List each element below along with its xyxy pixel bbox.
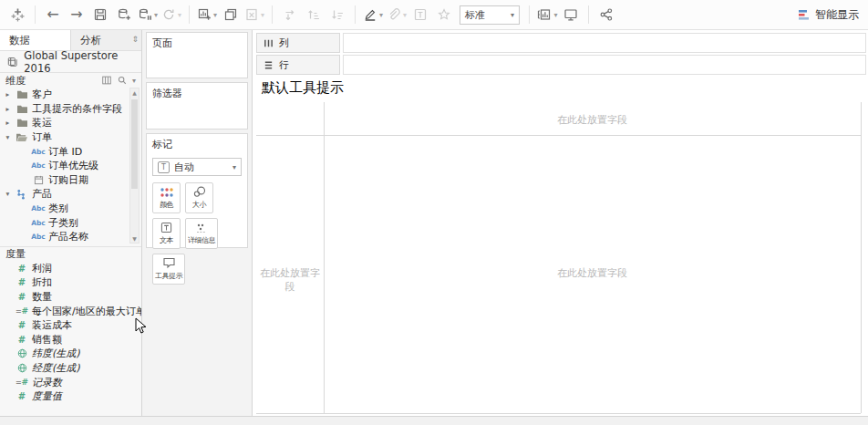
field-item[interactable]: ▸工具提示的条件字段 [0,102,141,117]
collapse-icon[interactable]: ▾ [4,190,12,198]
fix-axes-button [433,3,455,26]
size-icon [192,186,206,198]
show-hide-cards-button[interactable]: ▾ [536,3,558,26]
number-icon: # [12,320,32,330]
pause-updates-button[interactable]: ▾ [137,3,159,26]
field-item[interactable]: Abc类别 [0,202,141,216]
data-pane: 数据 分析 ⇕ Global Superstore 2016 维度 ▾ ▲ [0,30,142,416]
save-button[interactable] [89,3,111,26]
new-worksheet-caret-icon[interactable]: ▾ [213,11,217,19]
new-worksheet-button[interactable]: ▾ [196,3,218,26]
globe-icon [12,348,32,358]
field-item[interactable]: ▸装运 [0,116,141,130]
search-icon[interactable] [117,75,128,86]
refresh-button[interactable]: ▾ [160,3,182,26]
pages-shelf[interactable]: 页面 [146,32,248,78]
highlight-caret-icon[interactable]: ▾ [379,11,383,19]
fit-selector[interactable]: 标准 ▾ [460,5,520,25]
scrollbar-thumb[interactable] [131,99,138,189]
marks-button-color[interactable]: 颜色 [152,182,181,213]
field-item[interactable]: ▾订单 [0,130,141,145]
redo-button[interactable]: → [66,3,88,26]
scroll-down-icon[interactable]: ▼ [130,235,139,242]
field-item[interactable]: 纬度(生成) [0,347,141,361]
toolbar-separator [588,5,589,24]
columns-shelf[interactable]: 列 [256,33,866,53]
marks-button-detail[interactable]: 详细信息 [185,218,218,249]
pane-options-icon[interactable]: ⇕ [131,35,139,44]
filters-shelf[interactable]: 筛选器 [146,82,248,130]
share-button[interactable] [595,3,617,26]
marks-card-label: 标记 [152,138,242,151]
duplicate-sheet-button[interactable] [220,3,242,26]
field-label: 经度(生成) [32,361,80,375]
mark-type-value: 自动 [174,161,194,174]
show-me-button[interactable]: 智能显示 [798,0,859,29]
field-item[interactable]: 订购日期 [0,173,141,188]
collapse-icon[interactable]: ▾ [4,133,12,141]
field-label: 利润 [32,262,52,275]
marks-button-label: 文本 [160,235,173,245]
field-label: 订购日期 [48,173,88,187]
highlight-button[interactable]: ▾ [362,3,384,26]
columns-icon [264,38,274,48]
expand-icon[interactable]: ▸ [4,105,12,113]
marks-button-tooltip[interactable]: 工具提示 [152,254,185,285]
columns-label-text: 列 [279,36,289,50]
new-datasource-button[interactable] [113,3,135,26]
expand-icon[interactable]: ▸ [4,90,12,98]
calendar-icon [28,175,48,185]
field-item[interactable]: #数量 [0,290,141,305]
tab-analytics-label: 分析 [80,34,101,47]
field-item[interactable]: #折扣 [0,275,141,290]
drop-hint-body[interactable]: 在此处放置字段 [324,266,861,280]
tableau-logo-icon[interactable] [6,3,28,26]
expand-icon[interactable]: ▸ [4,119,12,127]
field-item[interactable]: #装运成本 [0,318,141,333]
pause-updates-caret-icon[interactable]: ▾ [154,11,158,19]
field-label: 产品 [32,187,52,201]
sheet-title[interactable]: 默认工具提示 [262,79,344,97]
view-as-icon[interactable] [101,75,112,86]
dimensions-scrollbar[interactable]: ▲ ▼ [129,88,140,244]
rows-icon [264,60,274,70]
field-item[interactable]: =#记录数 [0,375,141,389]
dimensions-menu-caret-icon[interactable]: ▾ [132,77,136,85]
field-item[interactable]: #利润 [0,262,141,276]
fit-selector-value: 标准 [465,8,485,22]
tab-data[interactable]: 数据 [0,30,70,50]
color-icon [160,187,174,198]
field-item[interactable]: Abc订单优先级 [0,159,141,173]
clear-sheet-caret-icon: ▾ [261,11,264,19]
mark-type-text-icon: T [158,161,170,173]
field-item[interactable]: 经度(生成) [0,361,141,376]
clear-sheet-button: ▾ [243,3,265,26]
undo-button[interactable]: ← [42,3,64,26]
canvas-bottom-border [256,413,861,414]
globe-icon [12,363,32,373]
dimensions-list: ▲ ▼ ▸客户▸工具提示的条件字段▸装运▾订单Abc订单 IDAbc订单优先级订… [0,88,141,244]
field-item[interactable]: Abc产品名称 [0,230,141,244]
field-item[interactable]: ▸客户 [0,88,141,102]
field-item[interactable]: =#每个国家/地区的最大订单 [0,304,141,318]
field-item[interactable]: ▾产品 [0,187,141,202]
measures-list: #利润#折扣#数量=#每个国家/地区的最大订单#装运成本#销售额纬度(生成)经度… [0,262,141,404]
row-header-divider [324,102,325,413]
field-item[interactable]: Abc子类别 [0,215,141,230]
rows-drop-area[interactable] [343,55,866,75]
drop-hint-columns[interactable]: 在此处放置字段 [324,113,861,127]
mark-type-dropdown[interactable]: T 自动 ▾ [152,158,242,176]
field-item[interactable]: #度量值 [0,389,141,404]
show-hide-cards-caret-icon[interactable]: ▾ [553,11,557,19]
drop-hint-rows[interactable]: 在此处放置字段 [256,266,324,294]
rows-shelf[interactable]: 行 [256,55,866,75]
presentation-mode-button[interactable] [560,3,582,26]
field-item[interactable]: #销售额 [0,333,141,347]
columns-drop-area[interactable] [343,33,866,53]
marks-button-text[interactable]: 文本 [152,218,181,249]
datasource-item[interactable]: Global Superstore 2016 [0,51,141,72]
field-item[interactable]: Abc订单 ID [0,144,141,159]
marks-button-size[interactable]: 大小 [185,182,213,213]
scroll-up-icon[interactable]: ▲ [130,89,139,96]
tab-analytics[interactable]: 分析 [70,30,141,50]
